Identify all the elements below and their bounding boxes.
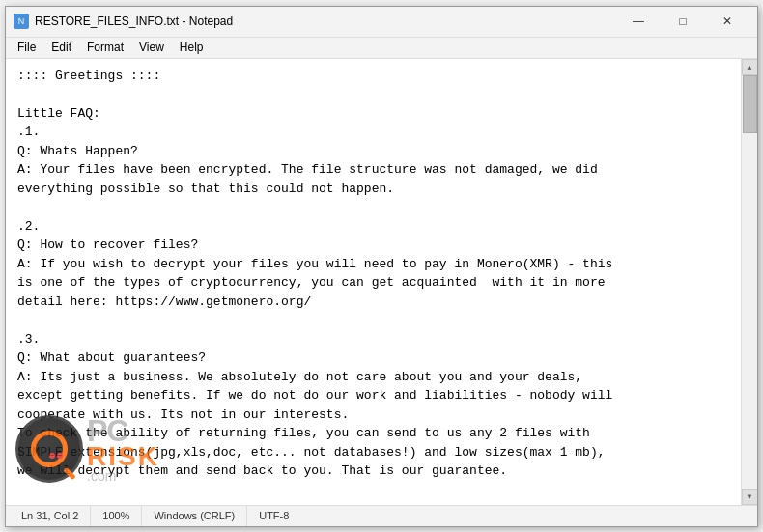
scroll-down-button[interactable]: ▼ — [742, 489, 758, 505]
close-button[interactable]: ✕ — [705, 6, 749, 37]
scroll-thumb[interactable] — [743, 75, 757, 133]
window-controls: — □ ✕ — [616, 6, 749, 37]
menu-file[interactable]: File — [10, 39, 43, 56]
encoding: UTF-8 — [247, 506, 300, 526]
menu-edit[interactable]: Edit — [43, 39, 79, 56]
title-bar: N RESTORE_FILES_INFO.txt - Notepad — □ ✕ — [6, 7, 757, 38]
text-content[interactable]: :::: Greetings :::: Little FAQ: .1. Q: W… — [6, 59, 741, 505]
maximize-button[interactable]: □ — [661, 6, 705, 37]
window-title: RESTORE_FILES_INFO.txt - Notepad — [35, 14, 616, 28]
cursor-position: Ln 31, Col 2 — [10, 506, 91, 526]
app-icon: N — [14, 14, 29, 29]
line-ending: Windows (CRLF) — [142, 506, 247, 526]
menu-help[interactable]: Help — [172, 39, 212, 56]
menu-format[interactable]: Format — [79, 39, 131, 56]
status-bar: Ln 31, Col 2 100% Windows (CRLF) UTF-8 — [6, 505, 757, 526]
content-wrapper: :::: Greetings :::: Little FAQ: .1. Q: W… — [6, 59, 757, 505]
minimize-button[interactable]: — — [616, 6, 661, 37]
scroll-up-button[interactable]: ▲ — [742, 59, 758, 75]
menu-view[interactable]: View — [131, 39, 172, 56]
scroll-track[interactable] — [742, 75, 758, 489]
menu-bar: File Edit Format View Help — [6, 38, 757, 59]
zoom-level: 100% — [91, 506, 142, 526]
scrollbar[interactable]: ▲ ▼ — [741, 59, 757, 505]
